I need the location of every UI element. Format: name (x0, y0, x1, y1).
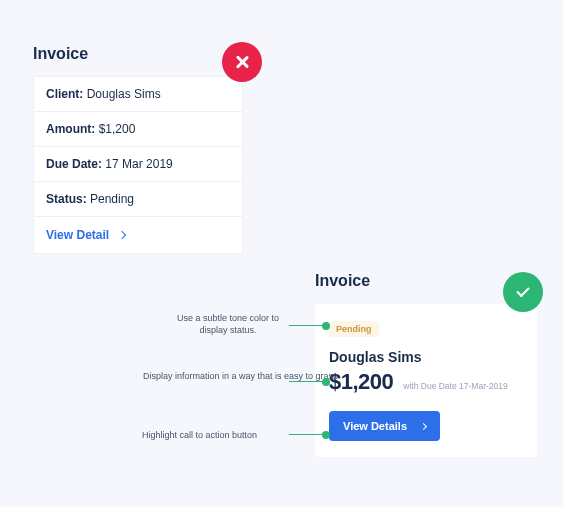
annotation-status: Use a subtle tone color to display statu… (168, 312, 288, 336)
card-body: Pending Douglas Sims $1,200 with Due Dat… (315, 304, 537, 457)
row-client: Client: Douglas Sims (33, 76, 243, 112)
connector-dot-icon (322, 431, 330, 439)
value: $1,200 (95, 122, 135, 136)
client-name: Douglas Sims (329, 349, 523, 365)
label: Amount: (46, 122, 95, 136)
value: Douglas Sims (83, 87, 160, 101)
connector-line (289, 434, 326, 435)
amount-row: $1,200 with Due Date 17-Mar-2019 (329, 369, 523, 395)
view-detail-link[interactable]: View Detail (33, 216, 243, 254)
invoice-card-bad: Invoice Client: Douglas Sims Amount: $1,… (33, 45, 243, 254)
row-due-date: Due Date: 17 Mar 2019 (33, 146, 243, 182)
check-icon (516, 284, 529, 297)
row-status: Status: Pending (33, 181, 243, 217)
link-text: View Detail (46, 228, 109, 242)
card-title: Invoice (33, 45, 243, 63)
label: Due Date: (46, 157, 102, 171)
x-icon (235, 55, 249, 69)
button-label: View Details (343, 420, 407, 432)
chevron-right-icon (420, 422, 427, 429)
due-date-text: with Due Date 17-Mar-2019 (403, 381, 507, 391)
value: Pending (87, 192, 134, 206)
chevron-right-icon (118, 231, 126, 239)
label: Status: (46, 192, 87, 206)
label: Client: (46, 87, 83, 101)
annotation-cta: Highlight call to action button (142, 429, 257, 441)
connector-line (289, 325, 326, 326)
view-details-button[interactable]: View Details (329, 411, 440, 441)
status-badge: Pending (329, 321, 379, 337)
connector-line (289, 381, 326, 382)
connector-dot-icon (322, 378, 330, 386)
value: 17 Mar 2019 (102, 157, 173, 171)
bad-indicator-badge (222, 42, 262, 82)
connector-dot-icon (322, 322, 330, 330)
good-indicator-badge (503, 272, 543, 312)
row-amount: Amount: $1,200 (33, 111, 243, 147)
